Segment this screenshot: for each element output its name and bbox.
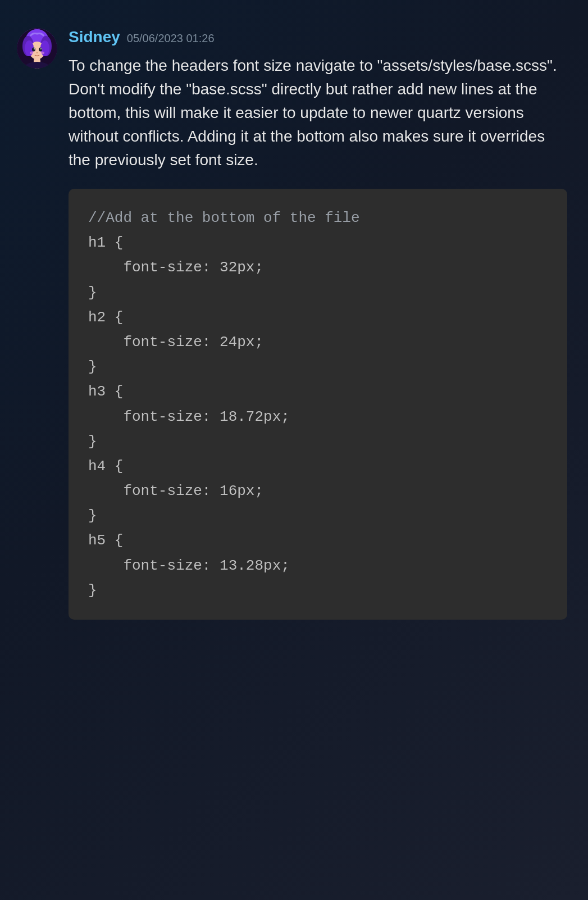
message-text: To change the headers font size navigate… — [69, 54, 567, 172]
svg-point-13 — [30, 52, 34, 54]
code-h4-close: } — [88, 503, 548, 528]
message-body: Sidney 05/06/2023 01:26 To change the he… — [69, 28, 567, 620]
code-block: //Add at the bottom of the file h1 { fon… — [69, 189, 567, 620]
code-h4-fontsize: font-size: 16px; — [88, 479, 548, 503]
svg-point-11 — [40, 48, 42, 49]
svg-point-12 — [37, 52, 38, 53]
avatar — [17, 28, 57, 69]
code-h3-close: } — [88, 429, 548, 454]
svg-point-8 — [32, 48, 35, 52]
code-h5-close: } — [88, 578, 548, 603]
avatar-svg — [17, 28, 57, 69]
code-h2-fontsize: font-size: 24px; — [88, 330, 548, 354]
code-h5-open: h5 { — [88, 528, 548, 553]
svg-point-14 — [40, 52, 44, 54]
timestamp: 05/06/2023 01:26 — [127, 32, 215, 45]
avatar-image — [17, 28, 57, 69]
code-h3-fontsize: font-size: 18.72px; — [88, 404, 548, 429]
code-h3-open: h3 { — [88, 379, 548, 404]
code-h2-close: } — [88, 354, 548, 379]
code-h1-close: } — [88, 280, 548, 305]
svg-point-10 — [34, 48, 35, 49]
code-h5-fontsize: font-size: 13.28px; — [88, 553, 548, 578]
code-h2-open: h2 { — [88, 305, 548, 330]
code-h4-open: h4 { — [88, 454, 548, 479]
svg-point-9 — [39, 48, 42, 52]
code-h1-fontsize: font-size: 32px; — [88, 255, 548, 280]
message-container: Sidney 05/06/2023 01:26 To change the he… — [11, 17, 573, 631]
code-h1-open: h1 { — [88, 230, 548, 255]
code-comment: //Add at the bottom of the file — [88, 206, 548, 230]
message-header: Sidney 05/06/2023 01:26 — [69, 28, 567, 46]
username: Sidney — [69, 28, 120, 46]
